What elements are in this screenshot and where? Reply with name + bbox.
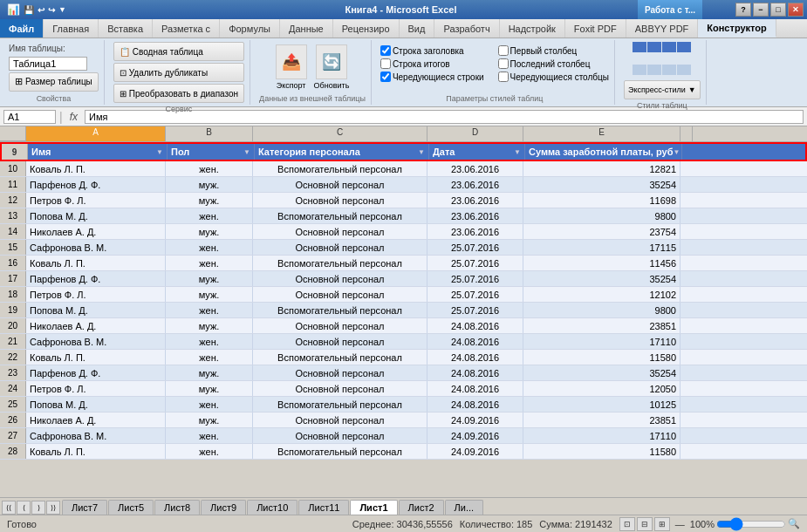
table-row[interactable]: 16 Коваль Л. П. жен. Вспомогательный пер… [0, 256, 807, 271]
cell-sum[interactable]: 23851 [523, 413, 680, 427]
tab-pagelayout[interactable]: Разметка с [153, 19, 220, 38]
table-name-input[interactable] [9, 57, 87, 71]
cell-cat[interactable]: Вспомогательный персонал [253, 444, 427, 459]
table-row[interactable]: 22 Коваль Л. П. жен. Вспомогательный пер… [0, 350, 807, 365]
table-row[interactable]: 13 Попова М. Д. жен. Вспомогательный пер… [0, 208, 807, 224]
th-cat[interactable]: Категория персонала ▼ [255, 144, 429, 160]
refresh-icon[interactable]: 🔄 [316, 44, 347, 79]
cell-cat[interactable]: Основной персонал [253, 271, 427, 286]
tab-data[interactable]: Данные [280, 19, 333, 38]
cell-sum[interactable]: 35254 [523, 271, 680, 286]
cell-pol[interactable]: жен. [166, 256, 253, 270]
header-row-checkbox-label[interactable]: Строка заголовка [380, 45, 484, 56]
table-row[interactable]: 10 Коваль Л. П. жен. Вспомогательный пер… [0, 161, 807, 177]
col-header-c[interactable]: C [253, 126, 427, 141]
maximize-button[interactable]: □ [770, 3, 786, 17]
cell-name[interactable]: Коваль Л. П. [26, 256, 166, 270]
table-row[interactable]: 23 Парфенов Д. Ф. муж. Основной персонал… [0, 365, 807, 381]
sheet-tab-sheet8[interactable]: Лист8 [154, 500, 200, 515]
cell-cat[interactable]: Основной персонал [253, 193, 427, 208]
cell-sum[interactable]: 12102 [523, 287, 680, 302]
first-col-checkbox-label[interactable]: Первый столбец [498, 45, 609, 56]
last-col-checkbox[interactable] [498, 58, 509, 69]
banded-cols-checkbox-label[interactable]: Чередующиеся столбцы [498, 72, 609, 82]
cell-date[interactable]: 25.07.2016 [427, 287, 523, 302]
cell-name[interactable]: Петров Ф. Л. [26, 193, 166, 208]
table-row[interactable]: 14 Николаев А. Д. муж. Основной персонал… [0, 224, 807, 240]
col-header-d[interactable]: D [427, 126, 523, 141]
tab-review[interactable]: Рецензиро [333, 19, 400, 38]
cell-name[interactable]: Сафронова В. М. [26, 334, 166, 349]
cell-pol[interactable]: жен. [166, 303, 253, 317]
cell-cat[interactable]: Вспомогательный персонал [253, 397, 427, 412]
quick-access-save[interactable]: 💾 [24, 5, 34, 15]
express-styles-button[interactable]: Экспресс-стили ▼ [624, 80, 701, 99]
filter-arrow-pol[interactable]: ▼ [243, 148, 250, 156]
cell-pol[interactable]: муж. [166, 365, 253, 380]
cell-cat[interactable]: Основной персонал [253, 240, 427, 255]
sheet-tab-sheet2[interactable]: Лист2 [399, 500, 444, 515]
cell-pol[interactable]: муж. [166, 287, 253, 302]
cell-cat[interactable]: Основной персонал [253, 287, 427, 302]
cell-date[interactable]: 23.06.2016 [427, 193, 523, 208]
sheet-tab-sheet9[interactable]: Лист9 [201, 500, 246, 515]
cell-name[interactable]: Парфенов Д. Ф. [26, 365, 166, 380]
sheet-tab-sheet11[interactable]: Лист11 [298, 500, 349, 515]
cell-date[interactable]: 23.06.2016 [427, 161, 523, 176]
cell-pol[interactable]: жен. [166, 350, 253, 365]
cell-name[interactable]: Попова М. Д. [26, 303, 166, 317]
last-col-checkbox-label[interactable]: Последний столбец [498, 58, 609, 69]
filter-arrow-sum[interactable]: ▼ [673, 148, 680, 156]
table-row[interactable]: 24 Петров Ф. Л. муж. Основной персонал 2… [0, 381, 807, 397]
col-header-e[interactable]: E [523, 126, 680, 141]
col-header-b[interactable]: B [166, 126, 253, 141]
cell-sum[interactable]: 35254 [523, 365, 680, 380]
table-row[interactable]: 19 Попова М. Д. жен. Вспомогательный пер… [0, 303, 807, 318]
cell-date[interactable]: 24.08.2016 [427, 381, 523, 396]
cell-name[interactable]: Сафронова В. М. [26, 240, 166, 255]
cell-name[interactable]: Петров Ф. Л. [26, 287, 166, 302]
cell-date[interactable]: 24.09.2016 [427, 444, 523, 459]
page-break-button[interactable]: ⊞ [654, 517, 670, 531]
help-button[interactable]: ? [735, 3, 751, 17]
pivot-table-button[interactable]: 📋 Сводная таблица [113, 42, 244, 61]
cell-sum[interactable]: 11580 [523, 350, 680, 365]
cell-date[interactable]: 23.06.2016 [427, 177, 523, 192]
tab-insert[interactable]: Вставка [99, 19, 153, 38]
th-sum[interactable]: Сумма заработной платы, руб ▼ [525, 144, 682, 160]
cell-pol[interactable]: жен. [166, 161, 253, 176]
tab-formulas[interactable]: Формулы [220, 19, 280, 38]
formula-input[interactable] [85, 110, 804, 124]
table-body[interactable]: 9 Имя ▼ Пол ▼ Категория персонала ▼ Дата… [0, 142, 807, 497]
cell-cat[interactable]: Вспомогательный персонал [253, 208, 427, 223]
tab-home[interactable]: Главная [44, 19, 99, 38]
cell-pol[interactable]: жен. [166, 208, 253, 223]
cell-name[interactable]: Николаев А. Д. [26, 224, 166, 239]
cell-reference-input[interactable] [3, 110, 56, 124]
cell-pol[interactable]: муж. [166, 413, 253, 427]
cell-cat[interactable]: Основной персонал [253, 318, 427, 333]
cell-pol[interactable]: муж. [166, 177, 253, 192]
cell-date[interactable]: 24.08.2016 [427, 318, 523, 333]
cell-name[interactable]: Парфенов Д. Ф. [26, 177, 166, 192]
remove-duplicates-button[interactable]: ⊡ Удалить дубликаты [113, 63, 244, 82]
cell-sum[interactable]: 12821 [523, 161, 680, 176]
table-row[interactable]: 21 Сафронова В. М. жен. Основной персона… [0, 334, 807, 350]
table-row[interactable]: 12 Петров Ф. Л. муж. Основной персонал 2… [0, 193, 807, 208]
cell-date[interactable]: 25.07.2016 [427, 256, 523, 270]
th-name[interactable]: Имя ▼ [28, 144, 168, 160]
cell-date[interactable]: 24.09.2016 [427, 413, 523, 427]
total-row-checkbox[interactable] [380, 58, 391, 69]
table-row[interactable]: 26 Николаев А. Д. муж. Основной персонал… [0, 413, 807, 428]
cell-pol[interactable]: жен. [166, 428, 253, 443]
total-row-checkbox-label[interactable]: Строка итогов [380, 58, 484, 69]
cell-date[interactable]: 25.07.2016 [427, 271, 523, 286]
cell-pol[interactable]: жен. [166, 397, 253, 412]
tab-foxitpdf[interactable]: Foxit PDF [565, 19, 626, 38]
sheet-tab-sheet10[interactable]: Лист10 [247, 500, 297, 515]
page-layout-button[interactable]: ⊟ [637, 517, 653, 531]
table-row[interactable]: 18 Петров Ф. Л. муж. Основной персонал 2… [0, 287, 807, 303]
cell-cat[interactable]: Основной персонал [253, 428, 427, 443]
cell-name[interactable]: Попова М. Д. [26, 208, 166, 223]
cell-cat[interactable]: Вспомогательный персонал [253, 303, 427, 317]
